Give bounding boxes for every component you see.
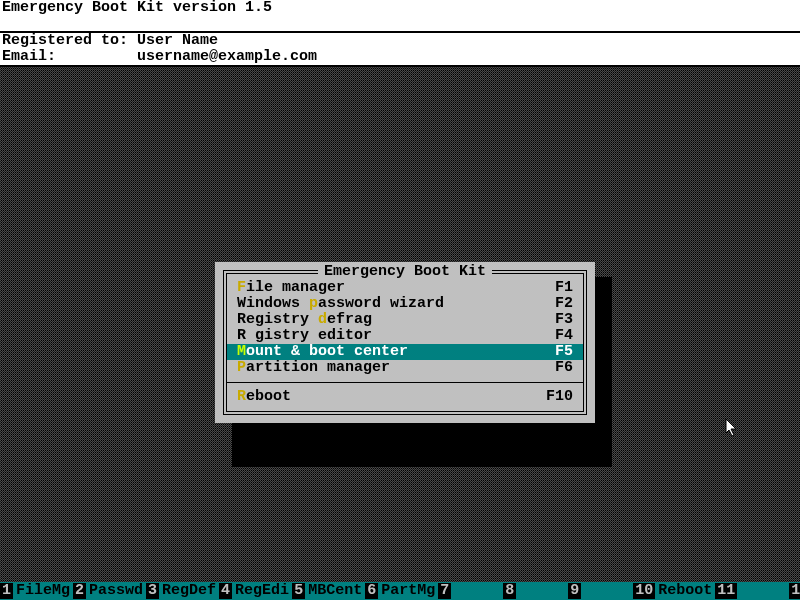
function-key-bar: 1FileMg2Passwd3RegDef4RegEdi5MBCent6Part… [0,582,800,600]
shortcut-key: F4 [555,328,573,344]
main-menu-dialog: Emergency Boot Kit File managerF1Windows… [215,262,595,423]
shortcut-key: F6 [555,360,573,376]
hotkey-letter: R [237,388,246,405]
fkey-slot-11[interactable]: 11 [715,582,789,600]
menu-item-4[interactable]: R gistry editorF4 [227,328,583,344]
menu-item-1[interactable]: File managerF1 [227,280,583,296]
menu-item-label: Mount & boot center [237,344,408,360]
fkey-slot-9[interactable]: 9 [568,582,633,600]
menu-item-3[interactable]: Registry defragF3 [227,312,583,328]
fkey-slot-4[interactable]: 4RegEdi [219,582,292,600]
hotkey-letter: p [309,295,318,312]
fkey-number: 1 [0,583,13,599]
divider [0,17,800,33]
registered-label: Registered to: [2,32,128,49]
hotkey-letter: F [237,279,246,296]
shortcut-key: F10 [546,389,573,405]
menu-separator [227,382,583,383]
fkey-number: 2 [73,583,86,599]
fkey-slot-5[interactable]: 5MBCent [292,582,365,600]
menu-item-label: Reboot [237,389,291,405]
menu-item-6[interactable]: Partition managerF6 [227,360,583,376]
menu: File managerF1Windows password wizardF2R… [227,274,583,411]
fkey-number: 3 [146,583,159,599]
shortcut-key: F5 [555,344,573,360]
shortcut-key: F3 [555,312,573,328]
fkey-label: MBCent [305,583,365,599]
menu-item-2[interactable]: Windows password wizardF2 [227,296,583,312]
fkey-number: 10 [633,583,655,599]
email-value: username@example.com [137,48,317,65]
fkey-label: Passwd [86,583,146,599]
fkey-number: 11 [715,583,737,599]
fkey-number: 12 [789,583,800,599]
fkey-slot-1[interactable]: 1FileMg [0,582,73,600]
shortcut-key: F2 [555,296,573,312]
registered-name: User Name [137,32,218,49]
menu-item-label: Registry defrag [237,312,372,328]
menu-item-label: File manager [237,280,345,296]
fkey-slot-12[interactable]: 12 [789,582,800,600]
email-label: Email: [2,48,56,65]
fkey-slot-2[interactable]: 2Passwd [73,582,146,600]
fkey-label: PartMg [378,583,438,599]
fkey-number: 7 [438,583,451,599]
fkey-slot-10[interactable]: 10Reboot [633,582,715,600]
fkey-label: FileMg [13,583,73,599]
fkey-label: RegDef [159,583,219,599]
fkey-label: Reboot [655,583,715,599]
menu-item-label: Partition manager [237,360,390,376]
hotkey-letter: P [237,359,246,376]
hotkey-letter: d [318,311,327,328]
shortcut-key: F1 [555,280,573,296]
menu-item-5[interactable]: Mount & boot centerF5 [227,344,583,360]
menu-item-label: R gistry editor [237,328,372,344]
email-line: Email: username@example.com [0,49,800,65]
fkey-slot-6[interactable]: 6PartMg [365,582,438,600]
fkey-number: 5 [292,583,305,599]
fkey-slot-3[interactable]: 3RegDef [146,582,219,600]
desktop-background: Emergency Boot Kit File managerF1Windows… [0,67,800,582]
fkey-number: 4 [219,583,232,599]
dialog-title: Emergency Boot Kit [318,264,492,280]
fkey-slot-7[interactable]: 7 [438,582,503,600]
hotkey-letter: M [237,343,246,360]
fkey-number: 6 [365,583,378,599]
registered-line: Registered to: User Name [0,33,800,49]
fkey-number: 9 [568,583,581,599]
fkey-slot-8[interactable]: 8 [503,582,568,600]
menu-item-reboot[interactable]: RebootF10 [227,389,583,405]
app-title: Emergency Boot Kit version 1.5 [0,0,800,17]
fkey-number: 8 [503,583,516,599]
menu-item-label: Windows password wizard [237,296,444,312]
fkey-label: RegEdi [232,583,292,599]
